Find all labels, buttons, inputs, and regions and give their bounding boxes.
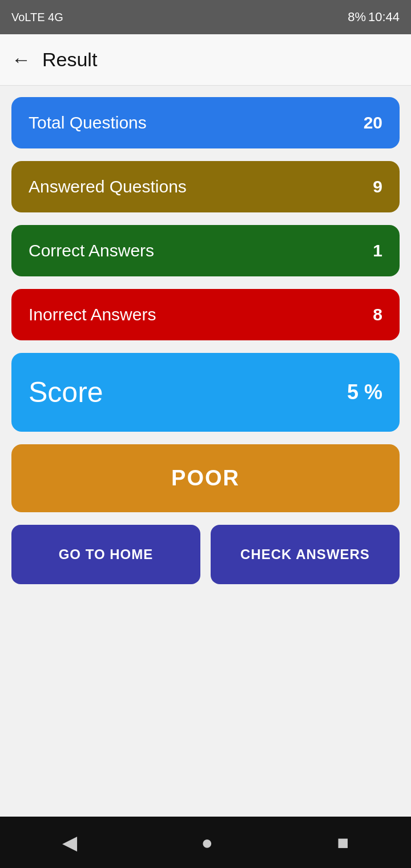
score-label: Score xyxy=(29,376,103,409)
top-bar: ← Result xyxy=(0,34,411,86)
recent-nav-icon[interactable]: ■ xyxy=(337,831,349,854)
home-nav-icon[interactable]: ● xyxy=(201,831,213,854)
status-bar: VoLTE 4G 8% 10:44 xyxy=(0,0,411,34)
total-questions-card: Total Questions 20 xyxy=(11,97,400,148)
answered-questions-card: Answered Questions 9 xyxy=(11,161,400,212)
page-title: Result xyxy=(42,49,97,71)
rating-card: POOR xyxy=(11,444,400,512)
answered-questions-label: Answered Questions xyxy=(29,177,187,196)
score-value: 5 % xyxy=(347,380,382,404)
score-card: Score 5 % xyxy=(11,353,400,432)
incorrect-answers-label: Inorrect Answers xyxy=(29,305,156,324)
back-nav-icon[interactable]: ◀ xyxy=(62,831,77,854)
action-buttons: GO TO HOME CHECK ANSWERS xyxy=(11,525,400,584)
total-questions-label: Total Questions xyxy=(29,113,147,132)
total-questions-value: 20 xyxy=(364,113,382,132)
answered-questions-value: 9 xyxy=(373,177,382,196)
status-left: VoLTE 4G xyxy=(11,11,63,24)
clock: 10:44 xyxy=(368,10,400,25)
back-button[interactable]: ← xyxy=(11,49,31,71)
rating-label: POOR xyxy=(171,466,240,491)
correct-answers-card: Correct Answers 1 xyxy=(11,225,400,276)
correct-answers-label: Correct Answers xyxy=(29,241,154,260)
main-content: Total Questions 20 Answered Questions 9 … xyxy=(0,86,411,596)
signal-icon: VoLTE 4G xyxy=(11,11,63,24)
bottom-nav: ◀ ● ■ xyxy=(0,817,411,868)
battery-icon: 8% xyxy=(348,10,366,25)
check-answers-button[interactable]: CHECK ANSWERS xyxy=(211,525,400,584)
incorrect-answers-value: 8 xyxy=(373,305,382,324)
go-to-home-button[interactable]: GO TO HOME xyxy=(11,525,200,584)
status-right: 8% 10:44 xyxy=(348,10,400,25)
correct-answers-value: 1 xyxy=(373,241,382,260)
incorrect-answers-card: Inorrect Answers 8 xyxy=(11,289,400,340)
